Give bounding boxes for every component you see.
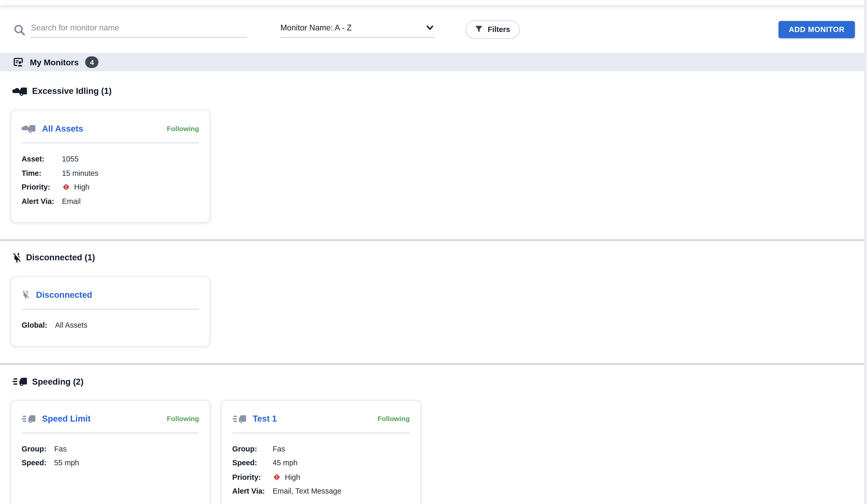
cards-row: Speed Limit Following Group: Fas Speed: … (0, 400, 867, 504)
field-value: Fas (273, 445, 410, 453)
search-box (13, 21, 247, 38)
field-value: Fas (54, 445, 199, 453)
filters-button-label: Filters (488, 25, 510, 34)
idling-truck-icon (12, 87, 28, 96)
card-fields: Global: All Assets (22, 321, 199, 329)
monitor-title-link[interactable]: Disconnected (36, 290, 92, 300)
speeding-truck-icon (22, 414, 36, 423)
top-app-bar-edge (0, 0, 867, 6)
following-toggle[interactable]: Following (167, 415, 199, 423)
plug-off-icon (12, 252, 22, 263)
monitors-page: Monitor Name: A - Z Filters ADD MONITOR … (0, 0, 867, 504)
idling-truck-icon (22, 124, 36, 133)
field-value: 1055 (62, 155, 199, 163)
field-label: Priority: (232, 473, 265, 481)
field-value: 55 mph (54, 459, 199, 467)
section-excessive-idling: Excessive Idling (1) All Assets Followin… (0, 86, 867, 241)
search-icon (13, 23, 26, 36)
field-label: Alert Via: (232, 487, 265, 495)
card-header: Disconnected (22, 288, 199, 302)
monitor-card-test-1: Test 1 Following Group: Fas Speed: 45 mp… (221, 400, 421, 504)
field-value-text: High (74, 183, 89, 191)
card-divider (232, 432, 410, 433)
field-value: High (62, 183, 199, 191)
monitor-title-link[interactable]: Speed Limit (42, 414, 91, 424)
field-label: Speed: (232, 459, 265, 467)
search-input[interactable] (31, 21, 247, 38)
speeding-truck-icon (12, 377, 28, 386)
following-toggle[interactable]: Following (167, 125, 199, 133)
section-disconnected: Disconnected (1) Disconnected Global: (0, 252, 867, 365)
field-value: All Assets (55, 321, 199, 329)
card-fields: Asset: 1055 Time: 15 minutes Priority: H… (22, 155, 199, 205)
priority-high-icon (273, 473, 281, 481)
priority-high-icon (62, 183, 70, 191)
field-value: Email (62, 197, 199, 206)
section-divider (0, 239, 867, 241)
cards-row: Disconnected Global: All Assets (0, 276, 867, 346)
section-divider (0, 363, 867, 364)
field-label: Asset: (22, 155, 54, 163)
monitor-count-badge: 4 (85, 56, 99, 68)
card-header: All Assets Following (22, 122, 199, 135)
section-header: Speeding (2) (12, 376, 867, 386)
filter-funnel-icon (475, 25, 483, 33)
card-divider (22, 143, 199, 143)
field-label: Alert Via: (22, 197, 54, 206)
filters-button[interactable]: Filters (465, 20, 520, 39)
section-header: Excessive Idling (1) (12, 86, 867, 96)
field-value: High (273, 473, 410, 481)
section-title: Excessive Idling (1) (32, 86, 111, 96)
vertical-scrollbar[interactable] (864, 0, 867, 504)
card-fields: Group: Fas Speed: 55 mph (22, 445, 199, 467)
monitor-title-link[interactable]: All Assets (42, 124, 83, 134)
field-label: Priority: (22, 183, 54, 191)
plug-off-icon (22, 290, 30, 300)
chevron-down-icon (426, 25, 434, 30)
section-speeding: Speeding (2) Speed Limit Following (0, 376, 867, 504)
sort-select-value: Monitor Name: A - Z (280, 23, 352, 32)
card-fields: Group: Fas Speed: 45 mph Priority: High … (232, 445, 410, 495)
cards-row: All Assets Following Asset: 1055 Time: 1… (0, 110, 867, 222)
section-header: Disconnected (1) (12, 252, 867, 263)
field-label: Time: (22, 169, 54, 177)
toolbar: Monitor Name: A - Z Filters ADD MONITOR (0, 6, 867, 53)
speeding-truck-icon (232, 414, 247, 423)
field-label: Group: (232, 445, 265, 453)
section-title: Speeding (2) (32, 376, 84, 386)
sort-select[interactable]: Monitor Name: A - Z (280, 21, 435, 38)
my-monitors-icon (13, 57, 23, 67)
field-value-text: High (285, 473, 300, 481)
field-value: 45 mph (273, 459, 410, 467)
monitor-card-disconnected: Disconnected Global: All Assets (10, 276, 210, 346)
field-label: Group: (22, 445, 46, 453)
card-divider (22, 432, 199, 433)
field-label: Speed: (22, 459, 46, 467)
monitor-card-speed-limit: Speed Limit Following Group: Fas Speed: … (10, 400, 210, 504)
card-divider (22, 309, 199, 309)
monitor-title-link[interactable]: Test 1 (253, 414, 277, 424)
card-header: Test 1 Following (232, 412, 410, 425)
field-label: Global: (22, 321, 47, 329)
my-monitors-label: My Monitors (30, 57, 79, 67)
field-value: 15 minutes (62, 169, 199, 177)
my-monitors-bar[interactable]: My Monitors 4 (0, 53, 867, 71)
section-title: Disconnected (1) (26, 253, 95, 262)
monitor-card-all-assets: All Assets Following Asset: 1055 Time: 1… (10, 110, 210, 222)
field-value: Email, Text Message (273, 487, 410, 495)
following-toggle[interactable]: Following (377, 415, 410, 423)
add-monitor-button[interactable]: ADD MONITOR (779, 21, 855, 38)
card-header: Speed Limit Following (22, 412, 199, 425)
